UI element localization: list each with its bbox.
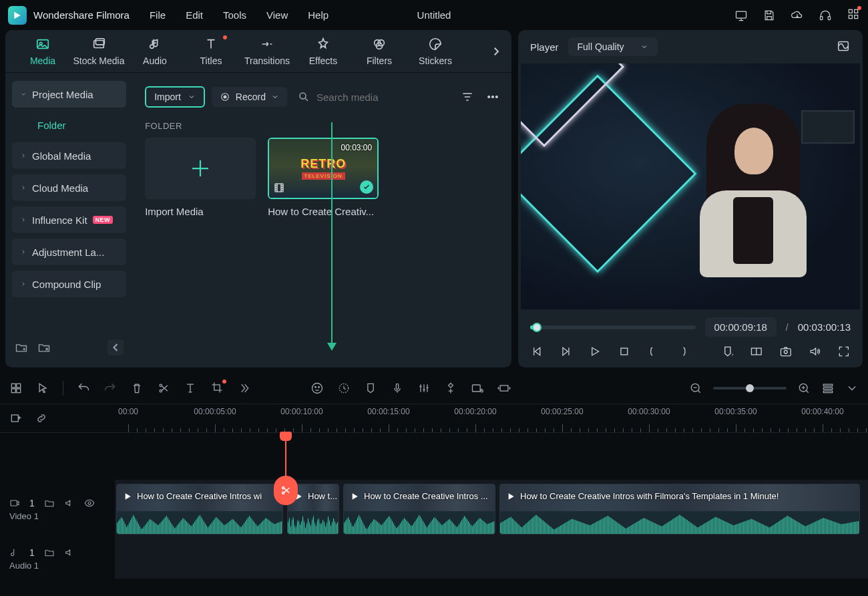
monitor-icon[interactable] [734, 9, 748, 22]
undo-icon[interactable] [77, 382, 90, 395]
sidebar-item-compound-clip[interactable]: Compound Clip [12, 271, 126, 297]
sidebar-item-adjustment-layer[interactable]: Adjustment La... [12, 239, 126, 265]
menu-view[interactable]: View [266, 9, 288, 21]
snapshot-button[interactable] [779, 345, 793, 358]
apps-icon[interactable] [847, 7, 860, 23]
mark-out-button[interactable] [676, 345, 689, 358]
timeline-clip[interactable]: How to Create Creative Intros wi [116, 484, 283, 535]
timeline-toolbar [0, 373, 868, 404]
next-frame-button[interactable] [560, 345, 573, 358]
presenter [686, 104, 820, 277]
search-input[interactable] [316, 92, 450, 103]
svg-rect-26 [11, 384, 15, 388]
mark-in-button[interactable] [647, 345, 660, 358]
playback-progress[interactable] [530, 325, 696, 329]
more-icon[interactable] [486, 90, 499, 104]
quality-select[interactable]: Full Quality [568, 37, 658, 56]
filter-icon[interactable] [461, 90, 474, 104]
speed-icon[interactable] [337, 382, 351, 395]
fullscreen-button[interactable] [837, 345, 851, 358]
tab-stickers[interactable]: Stickers [407, 30, 463, 72]
search-icon[interactable] [298, 91, 310, 103]
import-label: Import [154, 92, 181, 102]
folder-icon[interactable] [44, 547, 55, 558]
sidebar-item-influence-kit[interactable]: Influence Kit NEW [12, 206, 126, 233]
link-icon[interactable] [35, 412, 48, 425]
add-track-icon[interactable] [9, 412, 23, 425]
zoom-out-icon[interactable] [689, 382, 702, 395]
redo-icon[interactable] [103, 382, 117, 395]
split-icon[interactable] [157, 382, 170, 395]
collapse-sidebar-button[interactable] [107, 339, 124, 355]
clip-label: How to Create Creative Intros ... [364, 491, 488, 501]
timeline-clip[interactable]: How to Create Creative Intros ... [343, 484, 495, 535]
layout-icon[interactable] [9, 382, 23, 395]
text-icon[interactable] [184, 382, 197, 395]
play-button[interactable] [588, 345, 602, 358]
tab-stock-media[interactable]: Stock Media [71, 30, 127, 72]
timeline-clip[interactable]: How t... [287, 484, 339, 535]
sidebar-item-project-media[interactable]: Project Media [12, 81, 126, 108]
tab-filters[interactable]: Filters [351, 30, 407, 72]
zoom-slider[interactable] [713, 387, 787, 390]
marker-dropdown-button[interactable] [721, 345, 734, 358]
folder-icon[interactable] [44, 498, 55, 508]
menu-help[interactable]: Help [308, 9, 329, 21]
tab-media[interactable]: Media [15, 30, 71, 72]
record-button[interactable]: Record [212, 87, 287, 107]
playhead[interactable] [285, 433, 286, 480]
ai-icon[interactable] [310, 382, 324, 395]
save-icon[interactable] [763, 9, 776, 22]
scroll-right-icon[interactable] [490, 45, 502, 57]
scope-icon[interactable] [836, 39, 851, 53]
audio-mixer-icon[interactable] [417, 382, 431, 395]
sidebar-item-cloud-media[interactable]: Cloud Media [12, 174, 126, 201]
sidebar-subitem-folder[interactable]: Folder [12, 113, 126, 137]
crop-button[interactable] [210, 381, 224, 396]
delete-icon[interactable] [130, 382, 144, 395]
visibility-icon[interactable] [84, 498, 95, 508]
new-folder-icon[interactable] [15, 341, 28, 354]
mute-icon[interactable] [64, 547, 75, 558]
tab-transitions[interactable]: Transitions [239, 30, 295, 72]
tab-effects[interactable]: Effects [295, 30, 351, 72]
fit-icon[interactable] [497, 382, 511, 395]
keyframe-icon[interactable] [444, 382, 457, 395]
menu-tools[interactable]: Tools [223, 9, 246, 21]
stop-button[interactable] [618, 345, 631, 358]
play-icon [122, 491, 133, 502]
unlink-folder-icon[interactable] [37, 341, 51, 354]
track-view-icon[interactable] [821, 382, 835, 395]
menu-file[interactable]: File [150, 9, 166, 21]
zoom-in-icon[interactable] [797, 382, 811, 395]
tab-titles[interactable]: Titles [183, 30, 239, 72]
cloud-icon[interactable] [791, 9, 804, 22]
expand-tools-icon[interactable] [237, 382, 250, 395]
timeline-clip[interactable]: How to Create Creative Intros with Filmo… [499, 484, 860, 535]
track-options-icon[interactable] [845, 382, 859, 395]
marker-icon[interactable] [364, 382, 377, 395]
app-name: Wondershare Filmora [33, 9, 130, 21]
voiceover-icon[interactable] [391, 382, 404, 395]
import-button[interactable]: Import [145, 86, 205, 108]
svg-rect-1 [821, 16, 823, 19]
audio-track-body[interactable] [115, 539, 868, 579]
prev-frame-button[interactable] [530, 345, 544, 358]
new-badge: NEW [93, 216, 114, 224]
render-preview-icon[interactable] [471, 382, 484, 395]
tab-audio[interactable]: Audio [127, 30, 183, 72]
mute-icon[interactable] [64, 498, 75, 508]
svg-rect-22 [621, 348, 628, 355]
volume-button[interactable] [809, 345, 822, 358]
compare-view-button[interactable] [750, 345, 763, 358]
video-track-body[interactable]: How to Create Creative Intros wi How t..… [115, 480, 868, 539]
headphones-icon[interactable] [819, 9, 832, 22]
preview-viewport[interactable] [521, 63, 860, 309]
menu-edit[interactable]: Edit [186, 9, 203, 21]
cursor-icon[interactable] [36, 382, 49, 395]
asset-tabs: Media Stock Media Audio Titles Transitio… [5, 30, 511, 73]
timeline-ruler[interactable]: 00:0000:00:05:0000:00:10:0000:00:15:0000… [115, 404, 868, 432]
sidebar-item-global-media[interactable]: Global Media [12, 142, 126, 169]
media-clip-card[interactable]: RETRO TELEVISION 00:03:00 How to Create … [268, 138, 379, 217]
import-media-card[interactable]: Import Media [145, 138, 256, 217]
